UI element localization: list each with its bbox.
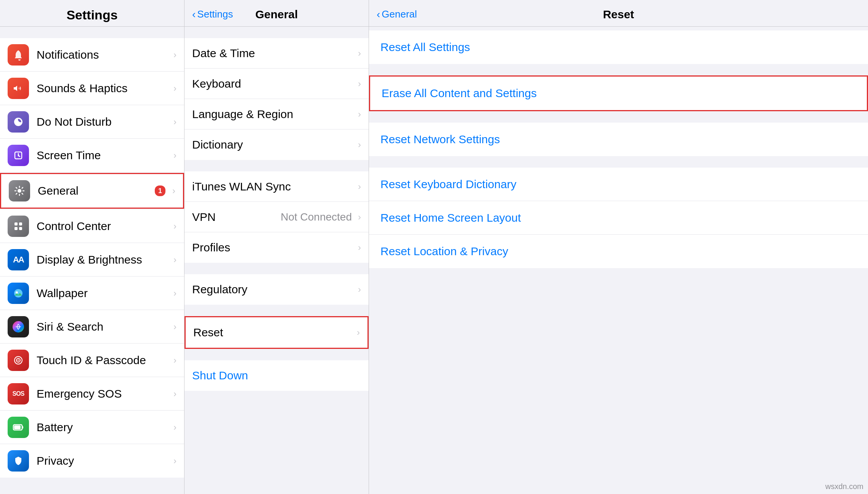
sos-icon: SOS [8, 383, 29, 404]
general-title: General [255, 8, 298, 21]
chevron-icon: › [358, 242, 361, 253]
sidebar-item-general[interactable]: General 1 › [1, 174, 183, 208]
sidebar-item-screentime[interactable]: Screen Time › [0, 139, 184, 172]
datetime-label: Date & Time [192, 47, 355, 60]
erase-all-label: Erase All Content and Settings [382, 87, 537, 100]
svg-point-6 [14, 289, 22, 297]
general-section-3: Regulatory › [185, 274, 369, 305]
keyboard-label: Keyboard [192, 77, 355, 90]
chevron-icon: › [358, 139, 361, 150]
chevron-icon: › [173, 150, 176, 161]
chevron-icon: › [173, 355, 176, 366]
chevron-icon: › [173, 388, 176, 399]
chevron-icon: › [173, 456, 176, 466]
general-item-shutdown[interactable]: Shut Down [185, 360, 369, 391]
reset-item-all-settings[interactable]: Reset All Settings [369, 30, 868, 64]
siri-icon [8, 316, 29, 337]
chevron-icon: › [173, 321, 176, 332]
general-nav-header: ‹ Settings General [185, 0, 369, 27]
chevron-icon: › [173, 117, 176, 127]
reset-title: Reset [603, 8, 634, 21]
settings-title: Settings [66, 8, 117, 22]
svg-point-1 [18, 189, 21, 193]
reset-location-label: Reset Location & Privacy [380, 245, 508, 258]
chevron-icon: › [173, 83, 176, 94]
privacy-icon [8, 450, 29, 472]
general-item-vpn[interactable]: VPN Not Connected › [185, 202, 369, 232]
chevron-icon: › [358, 212, 361, 222]
touchid-label: Touch ID & Passcode [37, 354, 170, 367]
general-back-label: Settings [197, 8, 233, 20]
sidebar-item-display[interactable]: AA Display & Brightness › [0, 243, 184, 277]
general-item-reset[interactable]: Reset › [186, 317, 367, 348]
sidebar-item-privacy[interactable]: Privacy › [0, 444, 184, 478]
siri-label: Siri & Search [37, 320, 170, 333]
reset-item-location[interactable]: Reset Location & Privacy [369, 235, 868, 268]
sidebar-item-donotdisturb[interactable]: Do Not Disturb › [0, 105, 184, 139]
reset-column: ‹ General Reset Reset All Settings Erase… [369, 0, 868, 494]
reset-item-network[interactable]: Reset Network Settings [369, 123, 868, 156]
reset-item-keyboard[interactable]: Reset Keyboard Dictionary [369, 168, 868, 201]
general-section-1: Date & Time › Keyboard › Language & Regi… [185, 38, 369, 160]
screentime-label: Screen Time [37, 149, 170, 162]
svg-rect-2 [14, 222, 18, 225]
controlcenter-label: Control Center [37, 220, 170, 233]
sounds-icon [8, 78, 29, 99]
reset-item-home[interactable]: Reset Home Screen Layout [369, 201, 868, 235]
notifications-label: Notifications [37, 48, 170, 61]
sidebar-item-controlcenter[interactable]: Control Center › [0, 209, 184, 243]
general-item-profiles[interactable]: Profiles › [185, 232, 369, 263]
sidebar-item-notifications[interactable]: Notifications › [0, 38, 184, 72]
screentime-icon [8, 145, 29, 166]
general-back-button[interactable]: ‹ Settings [192, 8, 233, 21]
reset-item-erase[interactable]: Erase All Content and Settings [370, 77, 867, 110]
sidebar-item-sos[interactable]: SOS Emergency SOS › [0, 377, 184, 411]
sidebar-item-siri[interactable]: Siri & Search › [0, 310, 184, 344]
vpn-label: VPN [192, 211, 281, 224]
general-item-keyboard[interactable]: Keyboard › [185, 69, 369, 99]
general-item-regulatory[interactable]: Regulatory › [185, 274, 369, 305]
sidebar-item-touchid[interactable]: Touch ID & Passcode › [0, 344, 184, 377]
vpn-value: Not Connected [281, 211, 352, 223]
settings-header: Settings [0, 0, 184, 27]
reset-back-button[interactable]: ‹ General [377, 8, 417, 21]
back-chevron-icon: ‹ [377, 8, 380, 21]
general-section-2: iTunes WLAN Sync › VPN Not Connected › P… [185, 171, 369, 263]
chevron-icon: › [358, 109, 361, 120]
general-item-datetime[interactable]: Date & Time › [185, 38, 369, 69]
general-item-itunes[interactable]: iTunes WLAN Sync › [185, 171, 369, 202]
itunes-label: iTunes WLAN Sync [192, 180, 355, 193]
reset-section-4: Reset Keyboard Dictionary Reset Home Scr… [369, 168, 868, 268]
chevron-icon: › [358, 48, 361, 59]
sidebar-item-sounds[interactable]: Sounds & Haptics › [0, 72, 184, 105]
donotdisturb-label: Do Not Disturb [37, 115, 170, 128]
sidebar-item-battery[interactable]: Battery › [0, 411, 184, 444]
settings-section-general: General 1 › [0, 173, 184, 209]
svg-rect-12 [14, 425, 21, 429]
chevron-icon: › [358, 284, 361, 295]
general-badge: 1 [155, 185, 165, 196]
reset-all-label: Reset All Settings [380, 41, 470, 54]
touchid-icon [8, 350, 29, 371]
chevron-icon: › [172, 185, 175, 196]
chevron-icon: › [173, 221, 176, 232]
general-item-language[interactable]: Language & Region › [185, 99, 369, 129]
wallpaper-icon [8, 283, 29, 304]
reset-nav-header: ‹ General Reset [369, 0, 868, 27]
controlcenter-icon [8, 216, 29, 237]
chevron-icon: › [358, 181, 361, 192]
battery-label: Battery [37, 421, 170, 434]
svg-rect-11 [22, 426, 23, 428]
profiles-label: Profiles [192, 241, 355, 254]
chevron-icon: › [173, 254, 176, 265]
sos-label: Emergency SOS [37, 387, 170, 400]
reset-network-label: Reset Network Settings [380, 133, 500, 146]
sidebar-item-wallpaper[interactable]: Wallpaper › [0, 277, 184, 310]
reset-keyboard-label: Reset Keyboard Dictionary [380, 178, 517, 191]
app-container: Settings Notifications › Sounds & Haptic… [0, 0, 868, 494]
wallpaper-label: Wallpaper [37, 287, 170, 300]
general-item-dictionary[interactable]: Dictionary › [185, 129, 369, 160]
general-section-shutdown: Shut Down [185, 360, 369, 391]
reset-label: Reset [193, 326, 354, 339]
reset-home-label: Reset Home Screen Layout [380, 211, 521, 224]
